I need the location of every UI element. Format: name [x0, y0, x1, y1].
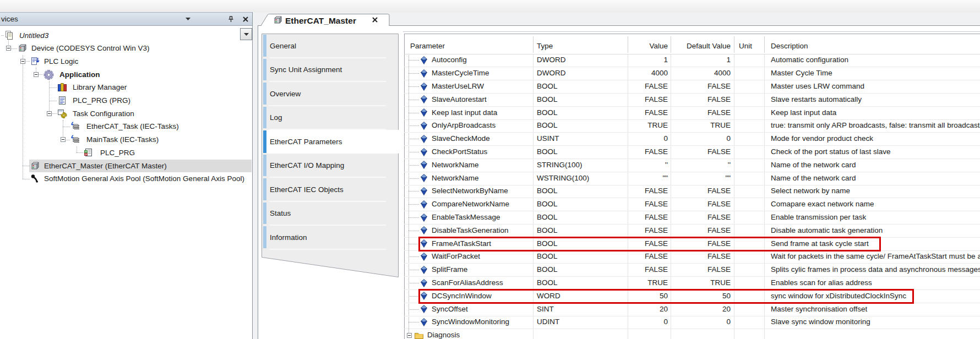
- param-name[interactable]: OnlyArpBroadcasts: [432, 121, 496, 130]
- tree-expand-minus[interactable]: [20, 59, 25, 64]
- tree-connector: [49, 81, 50, 113]
- tree-item[interactable]: Device (CODESYS Control Win V3): [31, 43, 150, 53]
- grid-line: [404, 276, 980, 277]
- side-tab-information[interactable]: Information: [270, 233, 307, 242]
- document-tab-ethercat-master[interactable]: EtherCAT_Master: [259, 12, 396, 26]
- device-icon: [18, 43, 28, 53]
- param-value[interactable]: FALSE: [628, 226, 668, 236]
- codesys-window: vices Untitled3Device (CODESYS Control W…: [0, 0, 980, 339]
- param-name[interactable]: CheckPortStatus: [432, 147, 487, 157]
- tree-expand-minus[interactable]: [61, 137, 66, 142]
- tree-item[interactable]: Library Manager: [73, 83, 127, 92]
- param-value[interactable]: 0: [628, 134, 668, 144]
- param-name[interactable]: ScanForAliasAddress: [432, 278, 503, 288]
- side-tab-ethercat-i-o-mapping[interactable]: EtherCAT I/O Mapping: [270, 161, 344, 170]
- param-value[interactable]: FALSE: [628, 199, 668, 209]
- param-value[interactable]: 20: [628, 304, 668, 314]
- param-name[interactable]: MasterCycleTime: [432, 68, 489, 78]
- param-name[interactable]: SplitFrame: [432, 265, 467, 275]
- param-name[interactable]: CompareNetworkName: [432, 199, 509, 209]
- tree-item[interactable]: Untitled3: [19, 31, 48, 40]
- devices-panel-title: vices: [1, 15, 18, 23]
- parameter-icon: [421, 95, 427, 105]
- param-type: BOOL: [537, 95, 558, 105]
- annotation-box-frameattaskstart: [418, 237, 881, 251]
- tree-expand-minus[interactable]: [47, 111, 52, 116]
- param-value[interactable]: '': [628, 160, 668, 170]
- side-tab-ethercat-parameters[interactable]: EtherCAT Parameters: [270, 137, 342, 146]
- param-default: 20: [671, 304, 731, 314]
- tree-connector: [49, 101, 57, 102]
- col-header-parameter[interactable]: Parameter: [410, 41, 445, 51]
- side-tab-sync-unit-assignment[interactable]: Sync Unit Assignment: [270, 65, 342, 74]
- tree-dropdown-button[interactable]: [240, 28, 252, 40]
- parameter-icon: [421, 200, 427, 210]
- grid-line: [404, 145, 980, 146]
- param-value[interactable]: FALSE: [628, 212, 668, 222]
- param-value[interactable]: FALSE: [628, 81, 668, 91]
- panel-pin-icon[interactable]: [228, 16, 234, 23]
- param-value[interactable]: FALSE: [628, 265, 668, 275]
- param-name[interactable]: SlaveCheckMode: [432, 134, 490, 144]
- panel-menu-icon[interactable]: [186, 18, 190, 20]
- library-icon: [57, 83, 67, 92]
- param-name[interactable]: Autoconfig: [432, 55, 467, 65]
- param-value[interactable]: TRUE: [628, 278, 668, 288]
- side-tab-general[interactable]: General: [270, 41, 296, 51]
- tree-expand-minus[interactable]: [34, 72, 39, 77]
- param-name[interactable]: SyncOffset: [432, 304, 468, 314]
- param-name[interactable]: EnableTaskMessage: [432, 212, 500, 222]
- tree-item[interactable]: MainTask (IEC-Tasks): [86, 135, 159, 144]
- param-tree-stub: [409, 322, 419, 323]
- tree-item[interactable]: Application: [59, 70, 100, 79]
- tree-item[interactable]: PLC_PRG (PRG): [73, 96, 130, 105]
- side-tab-ethercat-iec-objects[interactable]: EtherCAT IEC Objects: [270, 185, 344, 194]
- col-header-type[interactable]: Type: [537, 41, 553, 51]
- param-value[interactable]: 0: [628, 317, 668, 327]
- side-tab-status[interactable]: Status: [270, 209, 291, 218]
- tree-item[interactable]: Task Configuration: [73, 109, 134, 118]
- param-default: TRUE: [671, 121, 731, 130]
- param-name[interactable]: Diagnosis: [427, 330, 460, 339]
- col-header-description[interactable]: Description: [771, 41, 808, 51]
- table-outer-line: [403, 31, 980, 32]
- col-header-unit[interactable]: Unit: [739, 41, 752, 51]
- param-name[interactable]: SyncWindowMonitoring: [432, 317, 509, 327]
- tree-item[interactable]: EtherCAT_Master (EtherCAT Master): [44, 161, 167, 171]
- panel-divider[interactable]: [252, 12, 253, 339]
- param-name[interactable]: NetworkName: [432, 173, 479, 183]
- param-value[interactable]: FALSE: [628, 186, 668, 196]
- col-header-value[interactable]: Value: [628, 41, 668, 51]
- param-value[interactable]: FALSE: [628, 108, 668, 118]
- col-header-default-value[interactable]: Default Value: [671, 41, 731, 51]
- tree-item[interactable]: SoftMotion General Axis Pool (SoftMotion…: [44, 174, 244, 183]
- tree-item[interactable]: PLC Logic: [44, 57, 78, 66]
- parameter-icon: [421, 187, 427, 196]
- param-value[interactable]: 1: [628, 55, 668, 65]
- panel-close-icon[interactable]: [243, 17, 248, 22]
- param-name[interactable]: MasterUseLRW: [432, 81, 484, 91]
- param-description: Enable transmission per task: [771, 212, 866, 222]
- param-value[interactable]: [628, 330, 668, 339]
- side-tab-overview[interactable]: Overview: [270, 89, 301, 99]
- param-value[interactable]: FALSE: [628, 251, 668, 261]
- table-expand-minus[interactable]: [407, 333, 412, 338]
- param-value[interactable]: FALSE: [628, 147, 668, 157]
- param-name[interactable]: DisableTaskGeneration: [432, 226, 509, 236]
- param-value[interactable]: "": [628, 173, 668, 183]
- tree-item[interactable]: PLC_PRG: [100, 148, 135, 157]
- param-value[interactable]: TRUE: [628, 121, 668, 130]
- side-tab-log[interactable]: Log: [270, 113, 282, 122]
- prg-icon: [57, 96, 67, 105]
- param-value[interactable]: FALSE: [628, 95, 668, 105]
- tab-close-icon[interactable]: [372, 17, 378, 23]
- param-name[interactable]: WaitForPacket: [432, 251, 480, 261]
- param-description: Name of the network card: [771, 173, 856, 183]
- param-name[interactable]: SlaveAutorestart: [432, 95, 487, 105]
- param-name[interactable]: NetworkName: [432, 160, 479, 170]
- tree-item[interactable]: EtherCAT_Task (IEC-Tasks): [86, 122, 179, 131]
- param-name[interactable]: SelectNetworkByName: [432, 186, 508, 196]
- param-value[interactable]: 4000: [628, 68, 668, 78]
- param-name[interactable]: Keep last input data: [432, 108, 497, 118]
- tree-expand-minus[interactable]: [6, 46, 11, 51]
